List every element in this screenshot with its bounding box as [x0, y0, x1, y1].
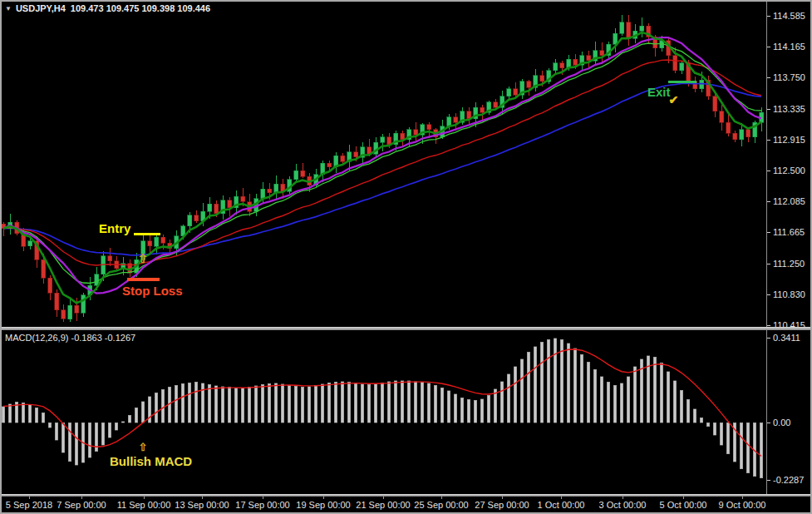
- price-tick: [767, 140, 770, 141]
- time-tick-label: 1 Oct 00:00: [538, 500, 585, 510]
- time-tick: [81, 497, 82, 499]
- price-tick: [767, 294, 770, 295]
- up-arrow-icon[interactable]: ⇧: [139, 441, 148, 453]
- macd-bar: [68, 423, 71, 462]
- candle-bearish: [55, 293, 59, 310]
- macd-bar: [746, 423, 750, 473]
- candle-bearish: [467, 111, 471, 119]
- candle-bullish: [447, 117, 451, 126]
- macd-bar: [48, 423, 52, 428]
- macd-bar: [55, 423, 58, 440]
- time-tick-label: 25 Sep 00:00: [414, 500, 468, 510]
- macd-bar: [567, 343, 570, 423]
- price-tick: [767, 325, 770, 326]
- bullish-macd-label[interactable]: Bullish MACD: [110, 454, 192, 468]
- candle-bearish: [427, 125, 431, 130]
- macd-bar: [687, 399, 690, 423]
- candle-bullish: [28, 241, 32, 246]
- macd-bar: [75, 423, 78, 465]
- price-tick: [767, 77, 770, 78]
- time-tick-label: 17 Sep 00:00: [235, 500, 289, 510]
- macd-bar: [613, 385, 617, 423]
- stop-loss-line[interactable]: [127, 278, 160, 281]
- macd-bar: [2, 407, 5, 423]
- macd-bar: [421, 382, 424, 423]
- candle-bullish: [381, 137, 385, 142]
- price-tick: [767, 47, 770, 47]
- candle-bullish: [81, 295, 86, 313]
- macd-bar: [394, 381, 397, 423]
- exit-label[interactable]: Exit: [647, 85, 671, 99]
- time-axis[interactable]: 5 Sep 20187 Sep 00:0011 Sep 00:0013 Sep …: [2, 497, 810, 512]
- time-tick: [323, 497, 324, 499]
- macd-bar: [554, 339, 557, 423]
- macd-bar: [740, 423, 743, 469]
- exit-line[interactable]: [668, 81, 696, 83]
- price-tick-label: 110.830: [773, 289, 805, 299]
- candle-bullish: [680, 63, 684, 71]
- macd-bar: [367, 384, 371, 423]
- macd-bar: [115, 423, 118, 430]
- candle-bullish: [181, 226, 185, 236]
- macd-bar: [673, 381, 677, 423]
- price-chart-canvas[interactable]: ⇧✔: [2, 2, 766, 327]
- macd-chart-canvas[interactable]: ⇧: [2, 330, 766, 494]
- price-tick-label: 113.335: [773, 104, 805, 114]
- time-tick-label: 5 Oct 00:00: [660, 500, 707, 510]
- macd-bar: [387, 382, 391, 423]
- candle-bearish: [42, 259, 46, 278]
- up-arrow-icon[interactable]: ⇧: [138, 251, 149, 265]
- macd-pane[interactable]: ⇧ MACD(12,26,9) -0.1863 -0.1267 Bullish …: [2, 330, 766, 494]
- macd-bar: [62, 423, 65, 452]
- macd-bar: [35, 408, 38, 423]
- time-tick: [561, 497, 562, 499]
- price-axis[interactable]: 114.585114.165113.750113.335112.915112.5…: [766, 2, 810, 327]
- macd-bar: [407, 381, 411, 423]
- candles: [2, 15, 764, 322]
- symbol-dropdown-icon[interactable]: ▼: [5, 5, 12, 12]
- time-tick-label: 19 Sep 00:00: [296, 500, 350, 510]
- macd-bar: [700, 418, 703, 423]
- macd-bar: [128, 415, 131, 423]
- candle-bearish: [341, 156, 345, 161]
- entry-line[interactable]: [134, 233, 160, 235]
- macd-bar: [347, 382, 351, 423]
- time-tick: [683, 497, 684, 499]
- macd-bar: [514, 367, 517, 423]
- time-tick-label: 13 Sep 00:00: [175, 500, 229, 510]
- candle-bearish: [673, 56, 677, 71]
- time-tick-label: 3 Oct 00:00: [599, 500, 647, 510]
- macd-bar: [500, 382, 504, 423]
- candle-bullish: [507, 89, 511, 96]
- price-pane[interactable]: ⇧✔ ▼USDJPY,H4109.473 109.475 109.398 109…: [2, 2, 766, 327]
- entry-label[interactable]: Entry: [99, 221, 130, 235]
- macd-bar: [633, 367, 637, 423]
- candle-bullish: [261, 189, 265, 199]
- macd-bar: [627, 377, 630, 423]
- macd-bar: [161, 389, 165, 423]
- price-tick-label: 112.085: [773, 196, 805, 206]
- price-tick-label: 114.585: [773, 11, 805, 21]
- macd-bar: [474, 400, 477, 423]
- candle-bearish: [454, 117, 458, 122]
- macd-bar: [680, 390, 683, 423]
- macd-bar: [573, 348, 577, 423]
- macd-bar: [8, 404, 12, 423]
- macd-bar: [42, 413, 45, 423]
- macd-bar: [726, 423, 730, 454]
- macd-bar: [547, 339, 550, 423]
- stop-loss-label[interactable]: Stop Loss: [122, 284, 183, 298]
- macd-tick-label: 0.3411: [773, 333, 800, 343]
- macd-bar: [660, 363, 663, 423]
- macd-value-axis[interactable]: 0.34110.00-0.2287: [766, 330, 810, 494]
- macd-bar: [194, 382, 198, 423]
- candle-bearish: [161, 237, 165, 243]
- price-tick-label: 112.500: [773, 166, 805, 175]
- macd-bar: [155, 393, 158, 423]
- macd-indicator-label: MACD(12,26,9) -0.1863 -0.1267: [5, 333, 135, 343]
- candle-bearish: [527, 82, 531, 87]
- macd-bar: [301, 387, 304, 423]
- macd-tick-label: 0.00: [773, 418, 790, 428]
- symbol-period-label: USDJPY,H4: [16, 3, 66, 13]
- price-tick-label: 111.665: [773, 227, 805, 237]
